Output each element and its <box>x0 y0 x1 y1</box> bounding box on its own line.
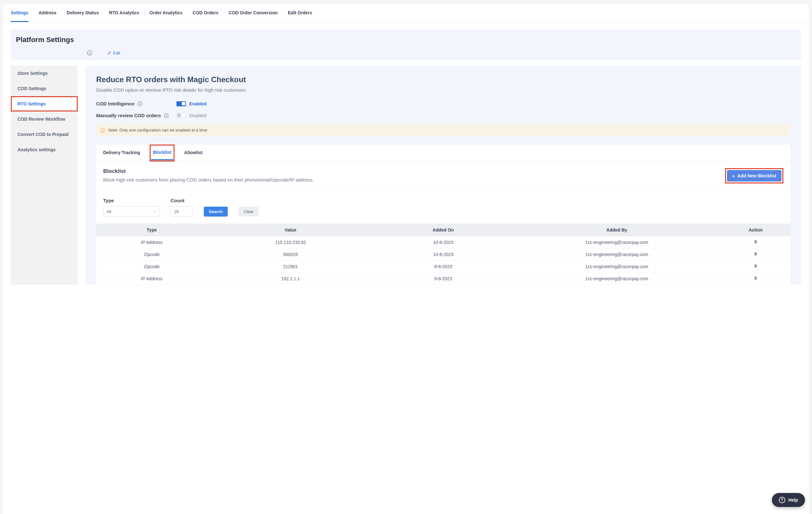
sidebar: Store Settings COD Settings RTO Settings… <box>11 66 78 285</box>
add-new-blocklist-button[interactable]: + Add New Blocklist <box>727 170 781 181</box>
info-icon[interactable]: i <box>138 102 142 106</box>
section-desc: Block high-risk customers from placing C… <box>103 177 314 182</box>
cell-type: IP Address <box>96 236 207 249</box>
cell-action <box>721 249 790 260</box>
th-type: Type <box>96 224 207 236</box>
sidebar-item-cod-settings[interactable]: COD Settings <box>11 81 78 96</box>
edit-label: Edit <box>113 51 120 55</box>
note-banner: i Note: Only one configuration can be en… <box>96 124 790 136</box>
cell-action <box>721 273 790 285</box>
inner-tab-delivery-tracking[interactable]: Delivery Tracking <box>103 145 140 162</box>
tab-cod-order-conversion[interactable]: COD Order Conversion <box>229 4 278 22</box>
sidebar-item-analytics-settings[interactable]: Analytics settings <box>11 142 78 157</box>
tab-order-analytics[interactable]: Order Analytics <box>149 4 182 22</box>
table-row: IP Address192.1.1.18-8-20231cc-engineeri… <box>96 273 790 285</box>
trash-icon[interactable] <box>753 264 758 268</box>
info-icon[interactable]: i <box>87 50 92 55</box>
th-value: Value <box>207 224 374 236</box>
warning-icon: i <box>100 128 105 133</box>
blocklist-table: Type Value Added On Added By Action IP A… <box>96 224 790 285</box>
trash-icon[interactable] <box>753 239 758 244</box>
count-input[interactable] <box>171 206 193 217</box>
cell-added-by: 1cc-engineering@razorpay.com <box>513 236 721 249</box>
tab-settings[interactable]: Settings <box>11 4 28 22</box>
sidebar-item-cod-review-workflow[interactable]: COD Review Workflow <box>11 111 78 127</box>
blocklist-panel: Delivery Tracking Blocklist Allowlist Bl… <box>96 145 790 285</box>
tab-delivery-status[interactable]: Delivery Status <box>66 4 99 22</box>
count-label: Count <box>171 198 193 203</box>
page-title: Platform Settings <box>16 36 796 44</box>
chevron-down-icon <box>153 210 156 213</box>
add-btn-label: Add New Blocklist <box>737 173 776 178</box>
cell-action <box>721 260 790 273</box>
cod-intelligence-label: COD Intelligence <box>96 101 135 106</box>
type-label: Type <box>103 198 160 203</box>
edit-icon <box>107 51 111 55</box>
table-row: IP Address115.110.233.8210-8-20231cc-eng… <box>96 236 790 249</box>
table-row: Zipcode2126018-8-20231cc-engineering@raz… <box>96 260 790 273</box>
help-button[interactable]: ? Help <box>772 493 805 507</box>
clear-button[interactable]: Clear <box>238 207 259 217</box>
help-icon: ? <box>779 497 785 503</box>
card-title: Reduce RTO orders with Magic Checkout <box>96 75 790 84</box>
cell-added-on: 10-8-2023 <box>374 249 513 260</box>
tab-address[interactable]: Address <box>38 4 56 22</box>
type-value: All <box>107 209 111 214</box>
cell-added-by: 1cc-engineering@razorpay.com <box>513 260 721 273</box>
sidebar-item-convert-cod-to-prepaid[interactable]: Convert COD to Prepaid <box>11 127 78 142</box>
platform-settings-header: Platform Settings i Edit <box>11 29 801 60</box>
main-content: Reduce RTO orders with Magic Checkout Di… <box>78 66 809 285</box>
tab-rto-analytics[interactable]: RTO Analytics <box>109 4 139 22</box>
cell-added-on: 8-8-2023 <box>374 260 513 273</box>
cell-value: 560025 <box>207 249 374 260</box>
trash-icon[interactable] <box>753 276 758 280</box>
inner-tab-blocklist[interactable]: Blocklist <box>151 145 173 160</box>
cod-intelligence-status: Enabled <box>189 101 206 106</box>
inner-tab-allowlist[interactable]: Allowlist <box>184 145 203 162</box>
sidebar-item-rto-settings[interactable]: RTO Settings <box>11 96 78 111</box>
cell-value: 212601 <box>207 260 374 273</box>
search-button[interactable]: Search <box>204 207 228 217</box>
plus-icon: + <box>732 174 735 178</box>
sidebar-item-store-settings[interactable]: Store Settings <box>11 66 78 81</box>
cell-added-on: 8-8-2023 <box>374 273 513 285</box>
cell-action <box>721 236 790 249</box>
cell-type: Zipcode <box>96 260 207 273</box>
rto-card: Reduce RTO orders with Magic Checkout Di… <box>85 66 801 285</box>
cell-value: 115.110.233.82 <box>207 236 374 249</box>
cell-type: IP Address <box>96 273 207 285</box>
inner-tabs: Delivery Tracking Blocklist Allowlist <box>96 145 790 162</box>
manual-review-toggle[interactable] <box>176 113 186 118</box>
cell-added-by: 1cc-engineering@razorpay.com <box>513 273 721 285</box>
cod-intelligence-toggle[interactable] <box>176 101 186 106</box>
th-action: Action <box>721 224 790 236</box>
help-label: Help <box>788 497 798 503</box>
trash-icon[interactable] <box>753 252 758 256</box>
top-tabs: Settings Address Delivery Status RTO Ana… <box>3 4 809 22</box>
edit-button[interactable]: Edit <box>107 51 120 55</box>
type-select[interactable]: All <box>103 206 160 217</box>
tab-edit-orders[interactable]: Edit Orders <box>288 4 312 22</box>
manual-review-label: Manually review COD orders <box>96 113 161 118</box>
cell-added-on: 10-8-2023 <box>374 236 513 249</box>
cell-added-by: 1cc-engineering@razorpay.com <box>513 249 721 260</box>
cell-value: 192.1.1.1 <box>207 273 374 285</box>
th-added-on: Added On <box>374 224 513 236</box>
table-row: Zipcode56002510-8-20231cc-engineering@ra… <box>96 249 790 260</box>
info-icon[interactable]: i <box>164 113 169 118</box>
manual-review-status: Disabled <box>189 113 206 118</box>
th-added-by: Added By <box>513 224 721 236</box>
tab-cod-orders[interactable]: COD Orders <box>193 4 219 22</box>
cell-type: Zipcode <box>96 249 207 260</box>
section-title: Blocklist <box>103 168 314 174</box>
note-text: Note: Only one configuration can be enab… <box>108 128 207 133</box>
card-subtitle: Disable COD option or retrieve RTO risk … <box>96 87 790 93</box>
